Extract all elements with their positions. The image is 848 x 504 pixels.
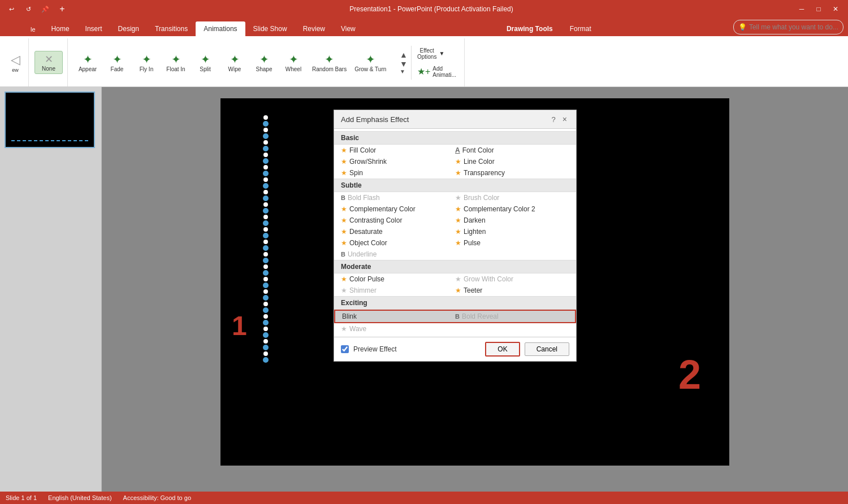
object-color-name: Object Color	[349, 239, 387, 247]
title-bar: ↩ ↺ 📌 + Presentation1 - PowerPoint (Prod…	[0, 0, 848, 18]
effect-row-comp-color[interactable]: ★ Complementary Color ★ Complementary Co…	[334, 203, 576, 215]
dialog-help-btn[interactable]: ?	[550, 115, 558, 124]
tab-format[interactable]: Format	[562, 21, 599, 36]
tab-home[interactable]: Home	[44, 21, 77, 36]
ribbon-btn-flyin[interactable]: ✦ Fly In	[132, 51, 161, 74]
add-animation-icon: ★+	[417, 66, 430, 77]
bold-reveal-b: B	[455, 313, 460, 320]
effect-row-spin[interactable]: ★ Spin ★ Transparency	[334, 167, 576, 179]
tab-slideshow[interactable]: Slide Show	[245, 21, 295, 36]
effect-row-bold-flash[interactable]: B Bold Flash ★ Brush Color	[334, 192, 576, 203]
fill-color-name: Fill Color	[349, 146, 376, 154]
effect-row-fill-color[interactable]: ★ Fill Color A Font Color	[334, 145, 576, 156]
window-controls: ─ □ ✕	[794, 3, 843, 15]
ribbon-btn-add-animation[interactable]: ★+ AddAnimati...	[414, 64, 460, 80]
tab-design[interactable]: Design	[110, 21, 147, 36]
desaturate-name: Desaturate	[349, 228, 383, 236]
randombars-icon: ✦	[325, 53, 334, 66]
effect-row-object-color[interactable]: ★ Object Color ★ Pulse	[334, 237, 576, 249]
line-color-name: Line Color	[464, 158, 495, 166]
effect-row-blink[interactable]: Blink B Bold Reveal	[334, 310, 576, 323]
minimize-btn[interactable]: ─	[794, 3, 810, 15]
comp-color-star: ★	[341, 205, 347, 213]
tab-transitions[interactable]: Transitions	[147, 21, 196, 36]
slide-panel	[0, 87, 102, 492]
effect-row-underline[interactable]: B Underline	[334, 249, 576, 260]
pulse-star: ★	[455, 239, 461, 247]
dialog-title: Add Emphasis Effect	[341, 115, 409, 124]
dialog-footer: Preview Effect OK Cancel	[334, 337, 576, 361]
effect-row-grow-shrink[interactable]: ★ Grow/Shrink ★ Line Color	[334, 156, 576, 167]
color-pulse-star: ★	[341, 275, 347, 283]
ok-button[interactable]: OK	[485, 342, 520, 357]
redo-btn[interactable]: ↺	[21, 3, 35, 15]
tell-me-text: Tell me what you want to do...	[749, 23, 838, 31]
ribbon-btn-shape[interactable]: ✦ Shape	[250, 51, 278, 74]
undo-btn[interactable]: ↩	[5, 3, 18, 15]
tell-me-box[interactable]: 💡 Tell me what you want to do...	[733, 20, 843, 34]
shimmer-star: ★	[341, 286, 347, 294]
fill-color-star: ★	[341, 146, 347, 154]
ribbon-btn-growturn[interactable]: ✦ Grow & Turn	[351, 51, 390, 74]
preview-label: Preview Effect	[353, 345, 396, 353]
ribbon-btn-split[interactable]: ✦ Split	[191, 51, 219, 74]
effect-row-wave[interactable]: ★ Wave	[334, 323, 576, 334]
pin-btn[interactable]: 📌	[38, 3, 52, 15]
main-area: 1 2 Add Emphasis Effect ? ×	[0, 87, 848, 492]
dialog-body: Basic ★ Fill Color A Font Color	[334, 129, 576, 337]
scroll-down-btn[interactable]: ▼	[400, 59, 408, 68]
scroll-up-btn[interactable]: ▲	[400, 50, 408, 59]
wipe-icon: ✦	[230, 53, 240, 66]
add-btn[interactable]: +	[55, 3, 69, 15]
tab-file[interactable]: le	[23, 23, 44, 36]
transparency-star: ★	[455, 169, 461, 177]
effect-row-desaturate[interactable]: ★ Desaturate ★ Lighten	[334, 226, 576, 237]
effect-options-label: EffectOptions	[417, 47, 436, 60]
ribbon-btn-effect-options[interactable]: EffectOptions ▼	[414, 46, 460, 62]
section-header-exciting: Exciting	[334, 296, 576, 310]
tab-view[interactable]: View	[333, 21, 364, 36]
language-info: English (United States)	[48, 494, 112, 501]
ribbon-btn-fade[interactable]: ✦ Fade	[103, 51, 131, 74]
transparency-name: Transparency	[464, 169, 505, 177]
slide-thumbnail[interactable]	[5, 92, 95, 148]
maximize-btn[interactable]: □	[811, 3, 827, 15]
tab-insert[interactable]: Insert	[77, 21, 110, 36]
effect-row-shimmer[interactable]: ★ Shimmer ★ Teeter	[334, 285, 576, 296]
dialog-overlay: Add Emphasis Effect ? × Basic ★	[220, 98, 729, 466]
ribbon-btn-wheel[interactable]: ✦ Wheel	[279, 51, 308, 74]
teeter-name: Teeter	[464, 286, 482, 294]
ribbon-btn-appear[interactable]: ✦ Appear	[73, 51, 102, 74]
tab-animations[interactable]: Animations	[196, 21, 245, 36]
underline-name: Underline	[348, 250, 377, 258]
ribbon-group-view: ◁ ew	[2, 38, 29, 86]
effect-row-color-pulse[interactable]: ★ Color Pulse ★ Grow With Color	[334, 273, 576, 285]
add-emphasis-effect-dialog: Add Emphasis Effect ? × Basic ★	[334, 110, 577, 362]
fade-label: Fade	[111, 66, 124, 72]
slide-canvas: 1 2 Add Emphasis Effect ? ×	[220, 98, 729, 466]
ribbon-btn-previous-view[interactable]: ◁ ew	[7, 51, 24, 75]
section-header-moderate: Moderate	[334, 260, 576, 273]
preview-checkbox[interactable]	[341, 345, 349, 353]
expand-btn[interactable]: ▼	[400, 68, 408, 75]
title-icons: ↩ ↺ 📌 +	[5, 3, 69, 15]
ribbon-btn-randombars[interactable]: ✦ Random Bars	[309, 51, 350, 74]
flyin-label: Fly In	[140, 66, 153, 72]
dialog-close-btn[interactable]: ×	[560, 115, 569, 124]
bold-flash-name: Bold Flash	[348, 194, 380, 202]
ribbon-btn-wipe[interactable]: ✦ Wipe	[220, 51, 249, 74]
fade-icon: ✦	[113, 53, 122, 66]
shape-label: Shape	[256, 66, 272, 72]
darken-star: ★	[455, 216, 461, 224]
appear-label: Appear	[79, 66, 97, 72]
ribbon-btn-floatin[interactable]: ✦ Float In	[162, 51, 190, 74]
drawing-tools-tab[interactable]: Drawing Tools	[497, 21, 562, 36]
ribbon-btn-none[interactable]: ✕ None	[34, 51, 63, 74]
close-btn[interactable]: ✕	[828, 3, 843, 15]
floatin-label: Float In	[166, 66, 185, 72]
tab-review[interactable]: Review	[295, 21, 333, 36]
cancel-button[interactable]: Cancel	[525, 342, 569, 356]
effect-row-contrasting[interactable]: ★ Contrasting Color ★ Darken	[334, 215, 576, 226]
window-title: Presentation1 - PowerPoint (Product Acti…	[69, 5, 794, 13]
underline-b: B	[341, 251, 345, 258]
